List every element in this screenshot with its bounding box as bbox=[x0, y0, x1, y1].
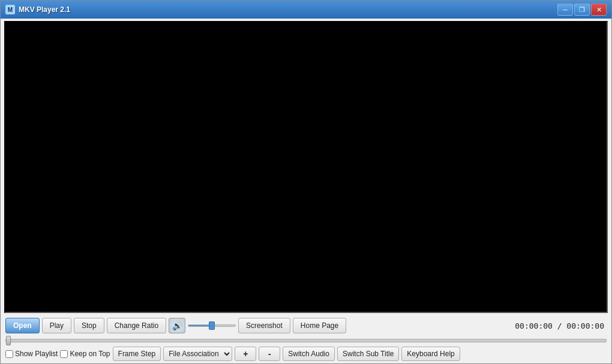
change-ratio-button[interactable]: Change Ratio bbox=[107, 318, 166, 333]
volume-icon: 🔊 bbox=[172, 321, 182, 330]
screenshot-button[interactable]: Screenshot bbox=[238, 318, 290, 333]
stop-button[interactable]: Stop bbox=[74, 318, 104, 333]
frame-step-button[interactable]: Frame Step bbox=[113, 347, 161, 361]
home-page-button[interactable]: Home Page bbox=[293, 318, 346, 333]
controls-row-2: Show Playlist Keep on Top Frame Step Fil… bbox=[5, 347, 607, 361]
volume-slider[interactable] bbox=[188, 324, 236, 327]
minus-button[interactable]: - bbox=[259, 347, 280, 361]
seek-bar-container bbox=[5, 336, 607, 344]
time-display: 00:00:00 / 00:00:00 bbox=[515, 321, 607, 330]
window-controls: ─ ❐ ✕ bbox=[557, 4, 607, 16]
show-playlist-checkbox[interactable] bbox=[5, 350, 13, 358]
title-bar: M MKV Player 2.1 ─ ❐ ✕ bbox=[1, 1, 611, 19]
window-title: MKV Player 2.1 bbox=[19, 5, 557, 14]
play-button[interactable]: Play bbox=[42, 318, 71, 333]
show-playlist-group: Show Playlist bbox=[5, 350, 58, 358]
controls-row-1: Open Play Stop Change Ratio 🔊 Screenshot… bbox=[5, 318, 607, 333]
close-button[interactable]: ✕ bbox=[591, 4, 607, 16]
restore-button[interactable]: ❐ bbox=[574, 4, 590, 16]
keep-on-top-group: Keep on Top bbox=[60, 350, 110, 358]
switch-subtitle-button[interactable]: Switch Sub Title bbox=[337, 347, 399, 361]
keyboard-help-button[interactable]: Keyboard Help bbox=[401, 347, 460, 361]
keep-on-top-label[interactable]: Keep on Top bbox=[70, 350, 110, 358]
plus-button[interactable]: + bbox=[235, 347, 256, 361]
open-button[interactable]: Open bbox=[5, 318, 40, 333]
keep-on-top-checkbox[interactable] bbox=[60, 350, 68, 358]
video-display bbox=[4, 21, 608, 313]
show-playlist-label[interactable]: Show Playlist bbox=[15, 350, 58, 358]
seek-bar[interactable] bbox=[5, 339, 607, 342]
minimize-button[interactable]: ─ bbox=[557, 4, 573, 16]
controls-panel: Open Play Stop Change Ratio 🔊 Screenshot… bbox=[1, 315, 611, 363]
mute-button[interactable]: 🔊 bbox=[169, 318, 185, 333]
switch-audio-button[interactable]: Switch Audio bbox=[283, 347, 335, 361]
app-icon: M bbox=[5, 5, 15, 14]
main-window: M MKV Player 2.1 ─ ❐ ✕ Open Play Stop Ch… bbox=[0, 0, 612, 364]
file-association-dropdown[interactable]: File Association Associate MKV Associate… bbox=[163, 347, 232, 361]
